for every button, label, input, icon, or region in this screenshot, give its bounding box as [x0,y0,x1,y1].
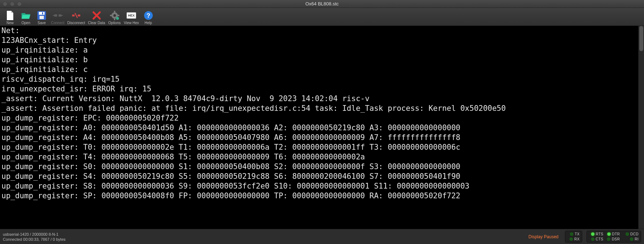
close-window-button[interactable] [3,2,7,6]
options-button[interactable]: Options [107,8,123,25]
led-rts[interactable]: RTS [589,232,603,236]
connect-button[interactable]: Connect [50,8,66,25]
scrollbar[interactable] [638,26,644,229]
help-label: Help [144,21,152,25]
gear-icon [110,10,120,21]
view-hex-button[interactable]: HEX View Hex [123,8,141,25]
help-button[interactable]: ? Help [141,8,156,25]
led-rx: RX [567,237,580,241]
scrollbar-thumb[interactable] [639,26,643,51]
led-dot-rts [591,232,594,236]
led-dot-tx [570,232,573,236]
plug-disconnect-icon [71,10,81,21]
zoom-window-button[interactable] [17,2,22,6]
display-paused-label: Display Paused [529,234,558,239]
led-group-signals: RTS DTR DCD CTS DSR RI [586,231,641,243]
led-label-dtr: DTR [612,232,620,236]
svg-rect-2 [40,16,44,19]
led-dsr: DSR [606,237,620,241]
window-title: Ox64 BL808.stc [0,1,644,6]
svg-rect-1 [39,12,45,15]
led-dot-dsr [607,238,610,241]
led-label-ri: RI [635,237,639,241]
save-button[interactable]: Save [34,8,50,25]
led-dot-ri [630,238,633,241]
save-label: Save [38,21,46,25]
view-hex-label: View Hex [124,21,139,25]
terminal-area: Net: 123ABCnx_start: Entry up_irqinitial… [0,26,644,229]
open-button[interactable]: Open [18,8,34,25]
hex-badge-icon: HEX [126,10,137,21]
led-group-txrx: TX RX [565,231,582,243]
led-label-tx: TX [575,232,580,236]
svg-rect-11 [118,15,119,16]
led-label-cts: CTS [596,237,604,241]
led-dot-dtr [607,232,611,236]
window-controls [0,2,22,6]
svg-text:?: ? [146,12,150,19]
open-label: Open [22,21,30,25]
led-dot-dcd [626,232,629,236]
options-label: Options [108,21,120,25]
connect-label: Connect [51,21,64,25]
toolbar: New Open Save [0,8,644,26]
new-label: New [6,21,14,25]
svg-rect-10 [110,15,112,16]
file-new-icon [5,10,15,21]
svg-rect-5 [61,15,63,16]
svg-rect-9 [114,18,115,20]
led-label-dcd: DCD [630,232,639,236]
svg-rect-8 [114,11,115,13]
led-tx: TX [567,232,580,236]
status-port-line: usbserial-1420 / 2000000 8-N-1 [3,232,65,237]
hex-text: HEX [126,12,136,19]
clear-data-label: Clear Data [88,21,105,25]
led-dtr[interactable]: DTR [606,232,620,236]
minimize-window-button[interactable] [10,2,14,6]
led-dcd: DCD [622,232,639,236]
statusbar: usbserial-1420 / 2000000 8-N-1 Connected… [0,229,644,244]
floppy-save-icon [37,10,47,21]
status-connection-info: usbserial-1420 / 2000000 8-N-1 Connected… [3,232,65,242]
plug-connect-icon [53,10,63,21]
terminal-output[interactable]: Net: 123ABCnx_start: Entry up_irqinitial… [0,26,638,229]
svg-rect-4 [53,15,54,16]
svg-rect-3 [42,12,43,14]
clear-data-button[interactable]: Clear Data [87,8,107,25]
led-dot-rx [570,238,573,241]
led-label-dsr: DSR [612,237,620,241]
led-ri: RI [622,237,639,241]
new-button[interactable]: New [2,8,18,25]
svg-point-7 [113,14,116,17]
led-label-rts: RTS [596,232,603,236]
led-label-rx: RX [574,237,580,241]
clear-x-icon [92,10,102,21]
titlebar: Ox64 BL808.stc [0,0,644,8]
led-dot-cts [591,238,594,241]
folder-open-icon [21,10,31,21]
status-conn-line: Connected 00:00:33, 7867 / 0 bytes [3,237,65,242]
svg-point-12 [116,17,119,20]
disconnect-button[interactable]: Disconnect [66,8,86,25]
disconnect-label: Disconnect [67,21,85,25]
help-icon: ? [143,10,153,21]
led-cts: CTS [589,237,603,241]
